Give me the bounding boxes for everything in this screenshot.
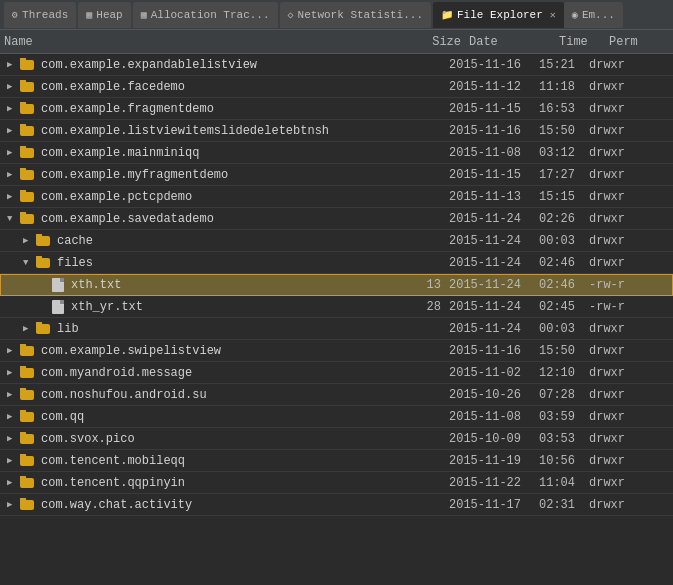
table-row[interactable]: ▶com.myandroid.message2015-11-0212:10drw… bbox=[0, 362, 673, 384]
col-header-date: Date bbox=[469, 35, 559, 49]
expand-arrow-19[interactable]: ▶ bbox=[7, 455, 17, 466]
file-perm-10: drwxr bbox=[589, 256, 669, 270]
file-time-18: 03:53 bbox=[539, 432, 589, 446]
folder-icon bbox=[20, 60, 34, 70]
expand-arrow-7[interactable]: ▶ bbox=[7, 191, 17, 202]
expand-arrow-2[interactable]: ▶ bbox=[7, 81, 17, 92]
expand-arrow-5[interactable]: ▶ bbox=[7, 147, 17, 158]
expand-arrow-8[interactable]: ▼ bbox=[7, 214, 17, 224]
tab-alloc[interactable]: ▦Allocation Trac... bbox=[133, 2, 278, 28]
file-name-text-20: com.tencent.qqpinyin bbox=[41, 476, 185, 490]
file-date-20: 2015-11-22 bbox=[449, 476, 539, 490]
table-row[interactable]: ▶com.svox.pico2015-10-0903:53drwxr bbox=[0, 428, 673, 450]
expand-arrow-10[interactable]: ▼ bbox=[23, 258, 33, 268]
file-name-10: ▼files bbox=[4, 256, 409, 270]
tab-em[interactable]: ◉Em... bbox=[564, 2, 623, 28]
file-name-16: ▶com.noshufou.android.su bbox=[4, 388, 409, 402]
table-row[interactable]: ▼com.example.savedatademo2015-11-2402:26… bbox=[0, 208, 673, 230]
file-perm-5: drwxr bbox=[589, 146, 669, 160]
file-date-18: 2015-10-09 bbox=[449, 432, 539, 446]
tab-threads[interactable]: ⚙Threads bbox=[4, 2, 76, 28]
file-name-text-10: files bbox=[57, 256, 93, 270]
folder-icon bbox=[20, 478, 34, 488]
folder-icon bbox=[20, 456, 34, 466]
table-row[interactable]: ▶com.noshufou.android.su2015-10-2607:28d… bbox=[0, 384, 673, 406]
table-row[interactable]: ▼files2015-11-2402:46drwxr bbox=[0, 252, 673, 274]
file-name-15: ▶com.myandroid.message bbox=[4, 366, 409, 380]
folder-icon bbox=[20, 434, 34, 444]
file-date-19: 2015-11-19 bbox=[449, 454, 539, 468]
expand-arrow-4[interactable]: ▶ bbox=[7, 125, 17, 136]
folder-icon bbox=[36, 236, 50, 246]
expand-arrow-15[interactable]: ▶ bbox=[7, 367, 17, 378]
folder-icon bbox=[20, 412, 34, 422]
file-name-7: ▶com.example.pctcpdemo bbox=[4, 190, 409, 204]
file-time-21: 02:31 bbox=[539, 498, 589, 512]
expand-arrow-14[interactable]: ▶ bbox=[7, 345, 17, 356]
folder-icon bbox=[20, 148, 34, 158]
tab-file[interactable]: 📁File Explorer✕ bbox=[433, 2, 564, 28]
table-row[interactable]: ▶com.tencent.qqpinyin2015-11-2211:04drwx… bbox=[0, 472, 673, 494]
table-row[interactable]: ▶com.example.myfragmentdemo2015-11-1517:… bbox=[0, 164, 673, 186]
table-row[interactable]: ▶com.example.swipelistview2015-11-1615:5… bbox=[0, 340, 673, 362]
expand-arrow-13[interactable]: ▶ bbox=[23, 323, 33, 334]
file-name-text-13: lib bbox=[57, 322, 79, 336]
file-name-text-6: com.example.myfragmentdemo bbox=[41, 168, 228, 182]
file-time-2: 11:18 bbox=[539, 80, 589, 94]
folder-icon bbox=[20, 368, 34, 378]
file-name-20: ▶com.tencent.qqpinyin bbox=[4, 476, 409, 490]
file-date-9: 2015-11-24 bbox=[449, 234, 539, 248]
table-row[interactable]: ▶lib2015-11-2400:03drwxr bbox=[0, 318, 673, 340]
file-name-4: ▶com.example.listviewitemslidedeletebtns… bbox=[4, 124, 409, 138]
file-perm-3: drwxr bbox=[589, 102, 669, 116]
table-row[interactable]: ▶com.way.chat.activity2015-11-1702:31drw… bbox=[0, 494, 673, 516]
table-row[interactable]: xth_yr.txt282015-11-2402:45-rw-r bbox=[0, 296, 673, 318]
file-date-16: 2015-10-26 bbox=[449, 388, 539, 402]
file-name-text-7: com.example.pctcpdemo bbox=[41, 190, 192, 204]
table-row[interactable]: ▶com.example.pctcpdemo2015-11-1315:15drw… bbox=[0, 186, 673, 208]
file-time-8: 02:26 bbox=[539, 212, 589, 226]
table-row[interactable]: ▶com.example.listviewitemslidedeletebtns… bbox=[0, 120, 673, 142]
expand-arrow-16[interactable]: ▶ bbox=[7, 389, 17, 400]
folder-icon bbox=[20, 346, 34, 356]
file-perm-11: -rw-r bbox=[589, 278, 669, 292]
table-row[interactable]: ▶com.qq2015-11-0803:59drwxr bbox=[0, 406, 673, 428]
file-perm-9: drwxr bbox=[589, 234, 669, 248]
file-name-text-2: com.example.facedemo bbox=[41, 80, 185, 94]
file-date-10: 2015-11-24 bbox=[449, 256, 539, 270]
file-perm-14: drwxr bbox=[589, 344, 669, 358]
table-row[interactable]: ▶com.tencent.mobileqq2015-11-1910:56drwx… bbox=[0, 450, 673, 472]
table-row[interactable]: xth.txt132015-11-2402:46-rw-r bbox=[0, 274, 673, 296]
expand-arrow-9[interactable]: ▶ bbox=[23, 235, 33, 246]
file-name-17: ▶com.qq bbox=[4, 410, 409, 424]
file-name-text-21: com.way.chat.activity bbox=[41, 498, 192, 512]
table-row[interactable]: ▶com.example.facedemo2015-11-1211:18drwx… bbox=[0, 76, 673, 98]
tab-close-file[interactable]: ✕ bbox=[550, 9, 556, 21]
expand-arrow-18[interactable]: ▶ bbox=[7, 433, 17, 444]
file-time-17: 03:59 bbox=[539, 410, 589, 424]
tab-network[interactable]: ◇Network Statisti... bbox=[280, 2, 431, 28]
expand-arrow-6[interactable]: ▶ bbox=[7, 169, 17, 180]
expand-arrow-17[interactable]: ▶ bbox=[7, 411, 17, 422]
expand-arrow-20[interactable]: ▶ bbox=[7, 477, 17, 488]
table-row[interactable]: ▶com.example.mainminiqq2015-11-0803:12dr… bbox=[0, 142, 673, 164]
file-name-text-14: com.example.swipelistview bbox=[41, 344, 221, 358]
file-perm-21: drwxr bbox=[589, 498, 669, 512]
table-row[interactable]: ▶com.example.expandablelistview2015-11-1… bbox=[0, 54, 673, 76]
file-date-5: 2015-11-08 bbox=[449, 146, 539, 160]
file-name-text-16: com.noshufou.android.su bbox=[41, 388, 207, 402]
file-icon bbox=[52, 300, 64, 314]
expand-arrow-3[interactable]: ▶ bbox=[7, 103, 17, 114]
file-time-1: 15:21 bbox=[539, 58, 589, 72]
expand-arrow-1[interactable]: ▶ bbox=[7, 59, 17, 70]
file-name-text-18: com.svox.pico bbox=[41, 432, 135, 446]
col-header-size: Size bbox=[429, 35, 469, 49]
expand-arrow-21[interactable]: ▶ bbox=[7, 499, 17, 510]
table-row[interactable]: ▶com.example.fragmentdemo2015-11-1516:53… bbox=[0, 98, 673, 120]
file-date-1: 2015-11-16 bbox=[449, 58, 539, 72]
file-name-13: ▶lib bbox=[4, 322, 409, 336]
table-row[interactable]: ▶cache2015-11-2400:03drwxr bbox=[0, 230, 673, 252]
tab-heap[interactable]: ▦Heap bbox=[78, 2, 130, 28]
folder-icon bbox=[20, 126, 34, 136]
file-date-13: 2015-11-24 bbox=[449, 322, 539, 336]
